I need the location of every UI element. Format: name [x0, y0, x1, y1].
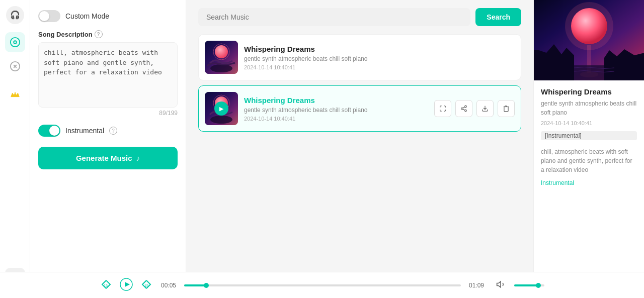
sidebar-music-icon[interactable]: [5, 32, 25, 52]
custom-mode-row: Custom Mode: [38, 10, 178, 22]
music-actions-2: [434, 100, 515, 117]
svg-rect-23: [574, 65, 604, 80]
music-date-2: 2024-10-14 10:40:41: [244, 116, 428, 122]
svg-point-7: [215, 45, 228, 58]
custom-mode-label: Custom Mode: [65, 12, 109, 20]
svg-point-20: [571, 8, 607, 44]
instrumental-help-icon[interactable]: ?: [109, 127, 117, 135]
sidebar-crown-icon[interactable]: [5, 84, 25, 105]
progress-fill: [184, 284, 206, 286]
rewind-icon[interactable]: 15: [100, 278, 113, 293]
search-input[interactable]: [198, 8, 470, 26]
music-info-2: Whispering Dreams gentle synth atmospher…: [244, 96, 428, 122]
music-list: Whispering Dreams gentle synth atmospher…: [198, 34, 521, 132]
search-button[interactable]: Search: [475, 8, 521, 26]
player-controls: 15 15: [100, 278, 153, 293]
left-panel: Custom Mode Song Description ? chill, at…: [30, 0, 186, 298]
volume-bar[interactable]: [514, 284, 544, 286]
right-info: Whispering Dreams gentle synth atmospher…: [534, 80, 644, 193]
generate-music-button[interactable]: Generate Music ♪: [38, 147, 178, 169]
svg-point-3: [14, 41, 17, 44]
search-row: Search: [198, 8, 521, 26]
expand-icon-button[interactable]: [434, 100, 451, 117]
svg-marker-26: [125, 282, 130, 287]
svg-text:15: 15: [104, 284, 108, 287]
forward-icon[interactable]: 15: [140, 278, 153, 293]
volume-thumb[interactable]: [536, 283, 541, 288]
main-content: Search: [186, 0, 533, 298]
music-tags-2: gentle synth atmospheric beats chill sof…: [244, 107, 428, 114]
download-icon-button[interactable]: [476, 100, 494, 117]
music-card-1[interactable]: Whispering Dreams gentle synth atmospher…: [198, 34, 521, 80]
svg-point-15: [465, 110, 467, 112]
svg-point-2: [10, 38, 19, 47]
player-bar: 15 15 00:05 01:09: [0, 272, 644, 298]
instrumental-row: Instrumental ?: [38, 125, 178, 137]
svg-point-14: [461, 108, 463, 110]
custom-mode-toggle[interactable]: [38, 10, 60, 22]
current-time: 00:05: [161, 282, 176, 289]
music-thumb-2: ▶: [205, 92, 238, 125]
song-description-textarea[interactable]: chill, atmospheric beats with soft piano…: [38, 42, 178, 108]
music-thumb-1: [205, 41, 238, 74]
delete-icon-button[interactable]: [498, 100, 515, 117]
music-title-1: Whispering Dreams: [244, 45, 515, 53]
svg-marker-28: [497, 281, 501, 287]
svg-text:15: 15: [144, 284, 148, 287]
song-description-label: Song Description ?: [38, 30, 178, 38]
music-card-2[interactable]: ▶ Whispering Dreams gentle synth atmosph…: [198, 85, 521, 132]
logo: 🎧: [6, 6, 24, 24]
music-title-2: Whispering Dreams: [244, 96, 428, 105]
right-date: 2024-10-14 10:40:41: [541, 120, 637, 126]
progress-thumb[interactable]: [204, 283, 209, 288]
play-pause-icon[interactable]: [120, 278, 133, 293]
song-description-help-icon[interactable]: ?: [95, 30, 103, 38]
music-note-icon: ♪: [136, 154, 140, 162]
music-date-1: 2024-10-14 10:40:41: [244, 64, 515, 70]
svg-point-8: [210, 64, 232, 72]
music-tags-1: gentle synth atmospheric beats chill sof…: [244, 55, 515, 62]
right-cover-image: [534, 0, 644, 80]
volume-icon[interactable]: [496, 279, 506, 291]
svg-line-17: [463, 107, 465, 108]
music-info-1: Whispering Dreams gentle synth atmospher…: [244, 45, 515, 70]
svg-text:🎧: 🎧: [10, 10, 20, 20]
right-title: Whispering Dreams: [541, 87, 637, 96]
svg-line-16: [463, 109, 465, 110]
right-badge: [Instrumental]: [541, 131, 637, 140]
sidebar: 🎧: [0, 0, 30, 298]
instrumental-toggle[interactable]: [38, 125, 60, 137]
right-instrumental-link[interactable]: Instrumental: [541, 179, 637, 186]
char-count: 89/199: [38, 110, 178, 117]
volume-fill: [514, 284, 538, 286]
instrumental-label: Instrumental: [65, 127, 104, 135]
sidebar-record-icon[interactable]: [5, 56, 25, 76]
right-panel: Whispering Dreams gentle synth atmospher…: [533, 0, 644, 298]
progress-bar[interactable]: [184, 284, 461, 286]
svg-point-13: [465, 106, 467, 108]
share-icon-button[interactable]: [455, 100, 472, 117]
total-time: 01:09: [469, 282, 484, 289]
right-description: chill, atmospheric beats with soft piano…: [541, 147, 637, 174]
play-button-2[interactable]: ▶: [214, 102, 228, 116]
right-tags: gentle synth atmospheric beats chill sof…: [541, 99, 637, 117]
